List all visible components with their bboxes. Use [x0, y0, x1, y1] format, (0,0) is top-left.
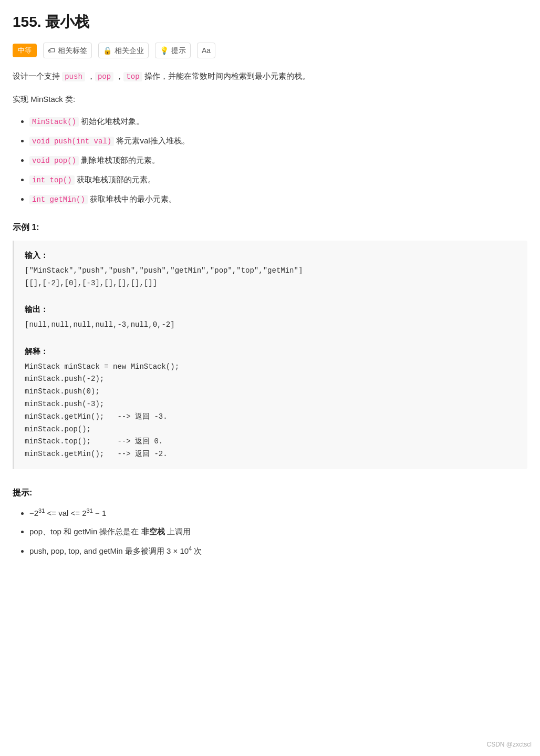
hint-item-1: pop、top 和 getMin 操作总是在 非空栈 上调用 [29, 525, 527, 538]
problem-description: 设计一个支持 push ，pop ，top 操作，并能在常数时间内检索到最小元素… [13, 69, 527, 84]
explain-label: 解释： [25, 345, 517, 358]
method-item-2: void pop() 删除堆栈顶部的元素。 [29, 153, 527, 168]
code-top: top [123, 72, 142, 81]
method-item-0: MinStack() 初始化堆栈对象。 [29, 115, 527, 129]
code-push: push [62, 72, 85, 81]
method-desc-3: 获取堆栈顶部的元素。 [77, 175, 155, 184]
method-code-2: void pop() [29, 156, 79, 165]
method-code-4: int getMin() [29, 195, 88, 204]
hints-label: 提示 [171, 45, 186, 56]
explain-line-7: minStack.getMin(); --> 返回 -2. [25, 448, 517, 461]
method-desc-1: 将元素val推入堆栈。 [116, 136, 189, 145]
hints-title: 提示: [13, 486, 527, 500]
hint-item-0: −231 <= val <= 231 − 1 [29, 506, 527, 520]
hint-item-2: push, pop, top, and getMin 最多被调用 3 × 104… [29, 544, 527, 558]
hint-list: −231 <= val <= 231 − 1 pop、top 和 getMin … [13, 506, 527, 558]
related-companies-button[interactable]: 🔒 相关企业 [98, 43, 149, 58]
input-line1: ["MinStack","push","push","push","getMin… [25, 265, 517, 277]
related-companies-label: 相关企业 [115, 45, 144, 56]
explain-line-6: minStack.top(); --> 返回 0. [25, 436, 517, 448]
methods-list: MinStack() 初始化堆栈对象。 void push(int val) 将… [13, 115, 527, 206]
explain-line-1: minStack.push(-2); [25, 373, 517, 386]
method-code-0: MinStack() [29, 117, 79, 127]
method-item-4: int getMin() 获取堆栈中的最小元素。 [29, 192, 527, 206]
method-desc-0: 初始化堆栈对象。 [81, 117, 144, 126]
output-label: 输出： [25, 303, 517, 316]
font-label: Aa [202, 45, 211, 56]
bulb-icon: 💡 [160, 45, 169, 56]
explain-line-4: minStack.getMin(); --> 返回 -3. [25, 411, 517, 423]
input-label: 输入： [25, 249, 517, 262]
lock-icon: 🔒 [103, 45, 112, 56]
font-button[interactable]: Aa [197, 43, 215, 58]
hints-button[interactable]: 💡 提示 [155, 43, 191, 58]
example-box: 输入： ["MinStack","push","push","push","ge… [13, 241, 527, 469]
input-line2: [[],[-2],[0],[-3],[],[],[],[]] [25, 277, 517, 290]
tag-icon: 🏷 [48, 45, 55, 56]
explain-line-3: minStack.push(-3); [25, 398, 517, 411]
example-title: 示例 1: [13, 221, 527, 234]
method-item-3: int top() 获取堆栈顶部的元素。 [29, 173, 527, 187]
explain-line-0: MinStack minStack = new MinStack(); [25, 361, 517, 374]
example-section: 示例 1: 输入： ["MinStack","push","push","pus… [13, 221, 527, 469]
method-desc-2: 删除堆栈顶部的元素。 [81, 156, 160, 164]
output-value: [null,null,null,null,-3,null,0,-2] [25, 319, 517, 332]
method-code-1: void push(int val) [29, 137, 114, 146]
explain-line-5: minStack.pop(); [25, 423, 517, 436]
related-tags-label: 相关标签 [58, 45, 87, 56]
page-title: 155. 最小栈 [13, 11, 527, 34]
method-desc-4: 获取堆栈中的最小元素。 [90, 194, 176, 203]
bold-text: 非空栈 [141, 527, 165, 536]
method-code-3: int top() [29, 175, 75, 185]
related-tags-button[interactable]: 🏷 相关标签 [43, 43, 92, 58]
tags-row: 中等 🏷 相关标签 🔒 相关企业 💡 提示 Aa [13, 43, 527, 58]
method-item-1: void push(int val) 将元素val推入堆栈。 [29, 134, 527, 148]
hints-section: 提示: −231 <= val <= 231 − 1 pop、top 和 get… [13, 486, 527, 557]
implement-label: 实现 MinStack 类: [13, 92, 527, 106]
code-pop: pop [95, 72, 113, 81]
explain-line-2: minStack.push(0); [25, 386, 517, 398]
difficulty-badge[interactable]: 中等 [13, 44, 37, 58]
